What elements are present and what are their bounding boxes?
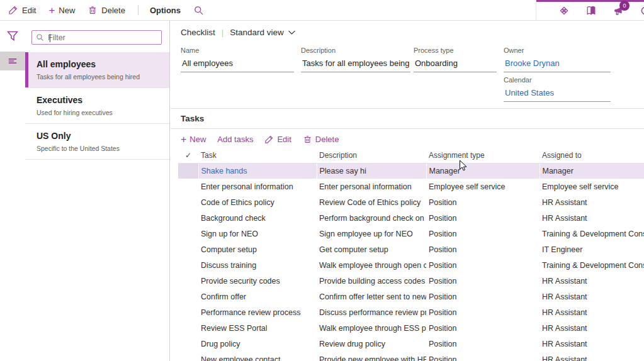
options-label: Options bbox=[150, 6, 181, 15]
assignment-type-cell: Position bbox=[426, 242, 539, 257]
field-label: Name bbox=[181, 47, 294, 54]
description-cell: Perform background check on e... bbox=[317, 210, 426, 226]
task-cell[interactable]: Enter personal information bbox=[198, 179, 317, 194]
assignment-type-cell: Position bbox=[426, 194, 539, 210]
table-header-row: ✓ Task Description Assignment type Assig… bbox=[178, 150, 644, 163]
add-tasks-button[interactable]: Add tasks bbox=[217, 129, 253, 150]
notifications-icon[interactable]: 0 bbox=[613, 5, 624, 16]
table-row[interactable]: Sign up for NEO Sign employee up for NEO… bbox=[178, 226, 644, 242]
row-select-cell[interactable] bbox=[178, 163, 198, 179]
description-value[interactable]: Tasks for all employees being hi... bbox=[301, 57, 410, 72]
task-cell[interactable]: Computer setup bbox=[198, 242, 317, 257]
field-label: Calendar bbox=[504, 76, 611, 84]
row-select-cell[interactable] bbox=[178, 352, 198, 361]
table-row[interactable]: Computer setup Get computer setup Positi… bbox=[178, 242, 644, 257]
tasks-delete-button[interactable]: Delete bbox=[303, 129, 339, 150]
refresh-icon[interactable] bbox=[640, 5, 644, 16]
table-row[interactable]: Performance review process Discuss perfo… bbox=[178, 304, 644, 320]
task-cell[interactable]: Discuss training bbox=[198, 257, 317, 273]
filter-field bbox=[31, 30, 162, 45]
row-select-cell[interactable] bbox=[178, 289, 198, 304]
table-row[interactable]: Shake hands Please say hi Manager Manage… bbox=[178, 163, 644, 179]
edit-button[interactable]: Edit bbox=[8, 0, 36, 21]
assignment-type-cell: Employee self service bbox=[426, 179, 539, 194]
row-select-cell[interactable] bbox=[178, 194, 198, 210]
task-cell[interactable]: Provide security codes bbox=[198, 273, 317, 289]
tasks-toolbar: + New Add tasks Edit bbox=[171, 129, 644, 150]
description-cell: Review drug policy bbox=[317, 336, 426, 352]
task-cell[interactable]: Code of Ethics policy bbox=[198, 194, 317, 210]
task-cell[interactable]: Drug policy bbox=[198, 336, 317, 352]
checklist-list-item[interactable]: US Only Specific to the United States bbox=[25, 124, 169, 160]
rail-filter-button[interactable] bbox=[0, 26, 25, 45]
row-select-cell[interactable] bbox=[178, 336, 198, 352]
calendar-link[interactable]: United States bbox=[504, 87, 611, 102]
select-all-header[interactable]: ✓ bbox=[178, 150, 198, 163]
table-row[interactable]: Review ESS Portal Walk employee through … bbox=[178, 320, 644, 336]
row-select-cell[interactable] bbox=[178, 226, 198, 242]
task-cell[interactable]: New employee contact bbox=[198, 352, 317, 361]
plus-icon: + bbox=[181, 135, 186, 145]
table-row[interactable]: Confirm offer Confirm offer letter sent … bbox=[178, 289, 644, 304]
table-row[interactable]: Provide security codes Provide building … bbox=[178, 273, 644, 289]
new-button[interactable]: + New bbox=[48, 0, 75, 21]
task-cell[interactable]: Shake hands bbox=[198, 163, 317, 179]
header-separator: | bbox=[222, 28, 224, 37]
table-row[interactable]: Background check Perform background chec… bbox=[178, 210, 644, 226]
filter-input[interactable] bbox=[48, 33, 157, 42]
row-select-cell[interactable] bbox=[178, 210, 198, 226]
row-select-cell[interactable] bbox=[178, 320, 198, 336]
column-header-assignment-type[interactable]: Assignment type bbox=[426, 150, 539, 163]
assignment-type-cell: Position bbox=[426, 304, 539, 320]
dashboard-icon[interactable] bbox=[558, 5, 570, 16]
checklist-list-item[interactable]: All employees Tasks for all employees be… bbox=[25, 52, 169, 88]
view-selector[interactable]: Standard view bbox=[230, 28, 295, 37]
new-label: New bbox=[59, 6, 75, 15]
task-cell[interactable]: Confirm offer bbox=[198, 289, 317, 304]
row-select-cell[interactable] bbox=[178, 257, 198, 273]
row-select-cell[interactable] bbox=[178, 242, 198, 257]
row-select-cell[interactable] bbox=[178, 273, 198, 289]
reading-pane-icon[interactable] bbox=[585, 5, 597, 16]
table-row[interactable]: Code of Ethics policy Review Code of Eth… bbox=[178, 194, 644, 210]
rail-checklists-button[interactable] bbox=[0, 52, 25, 70]
table-row[interactable]: Discuss training Walk employee through o… bbox=[178, 257, 644, 273]
list-icon bbox=[7, 55, 18, 67]
assigned-to-cell: Employee self service bbox=[539, 179, 644, 194]
table-row[interactable]: Enter personal information Enter persona… bbox=[178, 179, 644, 194]
assigned-to-cell: IT Engineer bbox=[539, 242, 644, 257]
row-select-cell[interactable] bbox=[178, 304, 198, 320]
assigned-to-cell: HR Assistant bbox=[539, 273, 644, 289]
assigned-to-cell: HR Assistant bbox=[539, 289, 644, 304]
column-header-task[interactable]: Task bbox=[198, 150, 317, 163]
field-label: Owner bbox=[504, 47, 611, 54]
tasks-edit-button[interactable]: Edit bbox=[264, 129, 291, 150]
task-cell[interactable]: Performance review process bbox=[198, 304, 317, 320]
column-header-description[interactable]: Description bbox=[317, 150, 426, 163]
table-row[interactable]: Drug policy Review drug policy Position … bbox=[178, 336, 644, 352]
column-header-assigned-to[interactable]: Assigned to bbox=[539, 150, 644, 163]
delete-button[interactable]: Delete bbox=[88, 0, 125, 21]
assigned-to-cell: HR Assistant bbox=[539, 320, 644, 336]
owner-link[interactable]: Brooke Drynan bbox=[504, 57, 611, 72]
description-cell: Discuss performance review pro... bbox=[317, 304, 426, 320]
description-cell: Walk employee through open c... bbox=[317, 257, 426, 273]
options-button[interactable]: Options bbox=[150, 0, 181, 21]
task-cell[interactable]: Review ESS Portal bbox=[198, 320, 317, 336]
table-row[interactable]: New employee contact Provide new employe… bbox=[178, 352, 644, 361]
tasks-table: ✓ Task Description Assignment type Assig… bbox=[178, 150, 644, 361]
search-button[interactable] bbox=[193, 0, 204, 21]
check-icon: ✓ bbox=[185, 151, 191, 160]
assigned-to-cell: HR Assistant bbox=[539, 194, 644, 210]
edit-label: Edit bbox=[22, 6, 36, 15]
tasks-new-button[interactable]: + New bbox=[181, 129, 206, 150]
process-type-value[interactable]: Onboarding bbox=[414, 57, 497, 72]
assigned-to-cell: Manager bbox=[539, 163, 644, 179]
task-cell[interactable]: Background check bbox=[198, 210, 317, 226]
row-select-cell[interactable] bbox=[178, 179, 198, 194]
checklist-item-title: Executives bbox=[37, 95, 163, 105]
name-value[interactable]: All employees bbox=[181, 57, 294, 72]
field-name: Name All employees bbox=[181, 47, 294, 72]
task-cell[interactable]: Sign up for NEO bbox=[198, 226, 317, 242]
checklist-list-item[interactable]: Executives Used for hiring executives bbox=[25, 88, 169, 124]
